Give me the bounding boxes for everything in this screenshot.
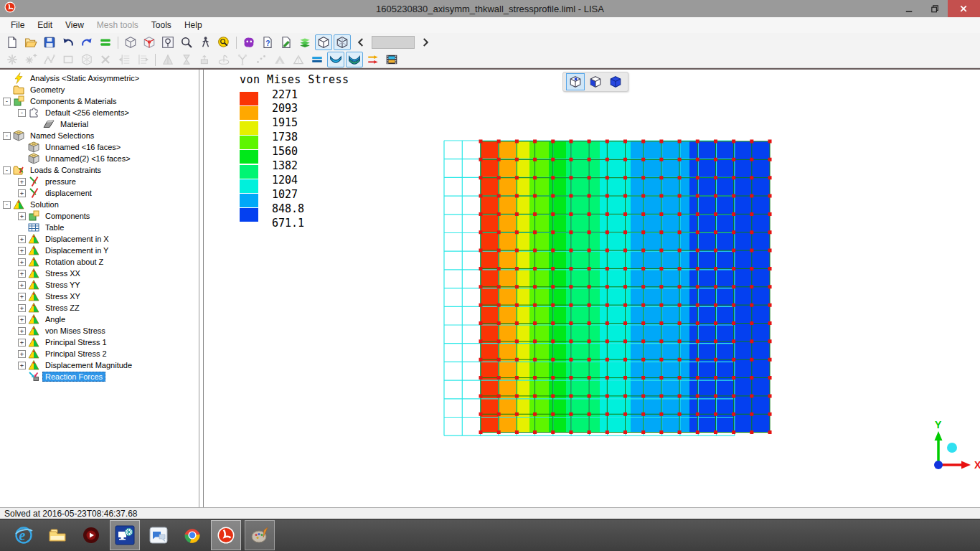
tree-item-label: Components & Materials <box>27 96 119 106</box>
tree-item-displacement-in-y[interactable]: +Displacement in Y <box>0 245 199 256</box>
tree-expander-plus[interactable]: + <box>18 189 26 197</box>
chev-left-button[interactable] <box>352 34 369 50</box>
legend-value: 2093 <box>272 102 298 115</box>
folder-open-button[interactable] <box>22 34 39 50</box>
tree-item-angle[interactable]: +Angle <box>0 314 199 325</box>
result-triangle-icon <box>13 199 24 210</box>
menu-tools[interactable]: Tools <box>145 18 178 32</box>
cube-wire-button[interactable] <box>122 34 139 50</box>
tree-expander-minus[interactable]: - <box>3 166 11 174</box>
legend-value: 1738 <box>272 131 298 143</box>
tree-expander-plus[interactable]: + <box>18 316 26 324</box>
tree-item-material[interactable]: Material <box>0 118 199 130</box>
tree-item-stress-xx[interactable]: +Stress XX <box>0 268 199 279</box>
tree-expander-minus[interactable]: - <box>3 201 11 209</box>
menu-view[interactable]: View <box>59 18 90 32</box>
layers-button[interactable] <box>296 34 314 50</box>
tree-item-default-256-elements[interactable]: -Default <256 elements> <box>0 107 199 118</box>
tree-expander-plus[interactable]: + <box>18 247 26 255</box>
tree-expander-minus[interactable]: - <box>18 109 26 117</box>
tree-expander-plus[interactable]: + <box>18 212 26 220</box>
cube-solid-view-button[interactable] <box>606 73 625 90</box>
tree-expander-plus[interactable]: + <box>18 258 26 266</box>
tree-item-principal-stress-1[interactable]: +Principal Stress 1 <box>0 336 199 348</box>
tree-item-stress-xy[interactable]: +Stress XY <box>0 291 199 302</box>
tree-item-loads-constraints[interactable]: -Loads & Constraints <box>0 164 199 176</box>
tree-expander-plus[interactable]: + <box>18 270 26 278</box>
doc-question-button[interactable]: ? <box>259 34 276 50</box>
contour-shaded-button[interactable] <box>327 52 344 67</box>
taskbar-file-explorer-button[interactable] <box>42 520 72 550</box>
tree-expander-plus[interactable]: + <box>18 350 26 358</box>
close-button[interactable] <box>948 0 980 17</box>
zoom-window-button[interactable] <box>159 34 176 50</box>
model-viewport[interactable]: YX von Mises Stress 22712093191517381560… <box>203 70 980 507</box>
tree-expander-plus[interactable]: + <box>18 339 26 347</box>
taskbar-lisa-button[interactable] <box>211 520 241 550</box>
redo-button[interactable] <box>78 34 95 50</box>
contour-lines-button[interactable] <box>308 52 326 67</box>
menu-edit[interactable]: Edit <box>31 18 59 32</box>
chev-right-button[interactable] <box>417 34 434 50</box>
menu-help[interactable]: Help <box>178 18 209 32</box>
tree-item-components-materials[interactable]: -Components & Materials <box>0 95 199 107</box>
shade-tri-button <box>271 52 288 67</box>
tree-expander-plus[interactable]: + <box>18 235 26 243</box>
tree-item-pressure[interactable]: +pressure <box>0 176 199 187</box>
mask-button[interactable] <box>240 34 258 50</box>
walk-button[interactable] <box>197 34 214 50</box>
save-button[interactable] <box>41 34 58 50</box>
tree-item-displacement-magnitude[interactable]: +Displacement Magnitude <box>0 359 199 371</box>
tree-item-named-selections[interactable]: -Named Selections <box>0 130 199 141</box>
mesh-canvas[interactable]: YX <box>204 70 980 507</box>
tree-item-solution[interactable]: -Solution <box>0 199 199 210</box>
taskbar-remote-viewer-button[interactable] <box>110 520 140 550</box>
cube-dot-view-button[interactable] <box>566 73 585 90</box>
taskbar-media-player-button[interactable] <box>76 520 106 550</box>
cube-front-view-button[interactable] <box>586 73 605 90</box>
tree-item-analysis-static-axisymmetric[interactable]: Analysis <Static Axisymmetric> <box>0 72 199 84</box>
tree-item-displacement-in-x[interactable]: +Displacement in X <box>0 233 199 245</box>
tree-item-components[interactable]: +Components <box>0 210 199 222</box>
tree-item-unnamed-2-16-faces[interactable]: Unnamed(2) <16 faces> <box>0 153 199 164</box>
view-wire-button[interactable] <box>334 34 351 50</box>
tree-expander-plus[interactable]: + <box>18 281 26 289</box>
rotation-scroll-thumb[interactable] <box>372 36 415 49</box>
tree-expander-plus[interactable]: + <box>18 304 26 312</box>
tree-expander-plus[interactable]: + <box>18 327 26 335</box>
taskbar-chrome-button[interactable] <box>177 520 207 550</box>
tree-item-stress-zz[interactable]: +Stress ZZ <box>0 302 199 314</box>
restore-button[interactable] <box>922 0 948 17</box>
cube-axes-button[interactable] <box>141 34 158 50</box>
tree-item-unnamed-16-faces[interactable]: Unnamed <16 faces> <box>0 141 199 153</box>
tree-expander-minus[interactable]: - <box>3 98 11 105</box>
tree-item-principal-stress-2[interactable]: +Principal Stress 2 <box>0 348 199 359</box>
tree-expander-minus[interactable]: - <box>3 132 11 140</box>
tree-expander-plus[interactable]: + <box>18 293 26 301</box>
node-add-button <box>22 52 39 67</box>
green-lines-button[interactable] <box>97 34 114 50</box>
tree-item-geometry[interactable]: Geometry <box>0 84 199 95</box>
deform-arrows-button[interactable] <box>364 52 382 67</box>
taskbar-internet-explorer-button[interactable]: e <box>9 520 39 550</box>
contour-banded-button[interactable] <box>346 52 363 67</box>
tree-expander-plus[interactable]: + <box>18 362 26 369</box>
doc-edit-button[interactable] <box>278 34 295 50</box>
minimize-button[interactable] <box>896 0 922 17</box>
undo-button[interactable] <box>60 34 77 50</box>
taskbar-messaging-button[interactable] <box>143 520 174 550</box>
tree-item-table[interactable]: Table <box>0 222 199 233</box>
animate-film-button[interactable] <box>383 52 400 67</box>
tree-item-stress-yy[interactable]: +Stress YY <box>0 279 199 291</box>
tree-item-displacement[interactable]: +displacement <box>0 187 199 199</box>
tree-expander-plus[interactable]: + <box>18 178 26 186</box>
tree-item-reaction-forces[interactable]: Reaction Forces <box>0 371 199 382</box>
menu-file[interactable]: File <box>4 18 31 32</box>
view-solid-button[interactable] <box>315 34 332 50</box>
taskbar-image-editor-button[interactable] <box>245 520 275 550</box>
zoom-extents-button[interactable] <box>215 34 232 50</box>
tree-item-von-mises-stress[interactable]: +von Mises Stress <box>0 325 199 336</box>
tree-item-rotation-about-z[interactable]: +Rotation about Z <box>0 256 199 268</box>
doc-new-button[interactable] <box>4 34 21 50</box>
zoom-button[interactable] <box>178 34 195 50</box>
